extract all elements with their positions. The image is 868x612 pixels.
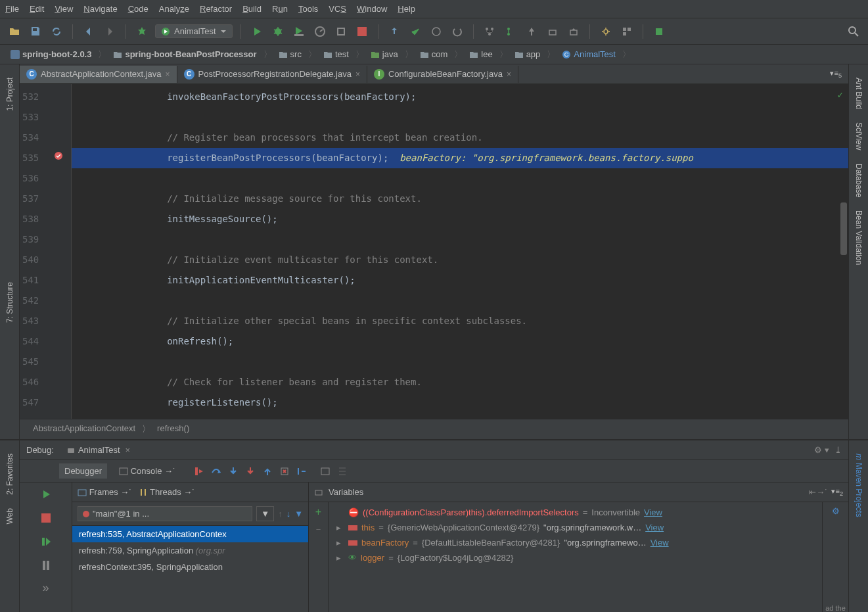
down-arrow-icon[interactable]: ↓ xyxy=(286,509,291,519)
tool-database[interactable]: Database xyxy=(854,164,863,197)
tool-sciview[interactable]: SciView xyxy=(854,122,863,150)
menu-refactor[interactable]: Refactor xyxy=(200,4,232,14)
tool-bean-validation[interactable]: Bean Validation xyxy=(854,210,863,265)
bc-com[interactable]: com xyxy=(416,48,452,60)
menu-view[interactable]: View xyxy=(55,4,73,14)
stop-icon[interactable] xyxy=(354,24,370,39)
close-icon[interactable]: × xyxy=(126,445,131,455)
evaluate-expression-icon[interactable] xyxy=(320,466,331,477)
coverage-icon[interactable] xyxy=(291,24,307,39)
bc-src[interactable]: src xyxy=(275,48,306,60)
vcs-history-icon[interactable] xyxy=(428,24,444,39)
add-watch-icon[interactable]: + xyxy=(315,506,321,518)
profile-icon[interactable] xyxy=(312,24,328,39)
bc-project[interactable]: spring-boot-2.0.3 xyxy=(7,48,95,60)
trace-icon[interactable] xyxy=(337,466,348,477)
tab-post-processor[interactable]: C PostProcessorRegistrationDelegate.java… xyxy=(177,66,367,83)
console-tab[interactable]: Console →˙ xyxy=(114,463,181,479)
rerun-icon[interactable] xyxy=(38,486,54,502)
merge-icon[interactable] xyxy=(524,24,539,39)
filter-icon[interactable]: ▼ xyxy=(294,509,303,519)
save-all-icon[interactable] xyxy=(28,24,43,39)
bc-app[interactable]: app xyxy=(511,48,545,60)
debug-icon[interactable] xyxy=(270,24,286,39)
view-menu-icon[interactable]: ▾≡2 xyxy=(831,487,843,497)
up-arrow-icon[interactable]: ↑ xyxy=(278,509,283,519)
code-bc-method[interactable]: refresh() xyxy=(157,423,189,435)
menu-build[interactable]: Build xyxy=(242,4,262,14)
tab-abstract-application-context[interactable]: C AbstractApplicationContext.java × xyxy=(20,66,177,83)
open-icon[interactable] xyxy=(7,24,22,39)
build-icon[interactable] xyxy=(134,24,150,39)
force-step-into-icon[interactable] xyxy=(245,466,256,477)
code-editor[interactable]: 5325335345355365375385395405415425435445… xyxy=(20,84,848,419)
tool-structure[interactable]: 7: Structure xyxy=(5,282,14,323)
stash-icon[interactable] xyxy=(545,24,560,39)
run-to-cursor-icon[interactable] xyxy=(296,466,307,477)
frame-item[interactable]: refresh:535, AbstractApplicationContex xyxy=(72,526,308,542)
project-structure-icon[interactable] xyxy=(619,24,635,39)
tabs-menu-icon[interactable]: ▾≡5 xyxy=(830,69,842,79)
close-icon[interactable]: × xyxy=(355,70,360,79)
download-icon[interactable]: ⤓ xyxy=(834,445,842,455)
menu-code[interactable]: Code xyxy=(128,4,148,14)
code-body[interactable]: ✓ invokeBeanFactoryPostProcessors(beanFa… xyxy=(72,84,848,419)
close-icon[interactable]: × xyxy=(166,70,170,79)
menu-file[interactable]: File xyxy=(5,4,19,14)
frame-item[interactable]: refresh:759, SpringApplication (org.spr xyxy=(72,542,308,559)
unstash-icon[interactable] xyxy=(566,24,582,39)
new-branch-icon[interactable] xyxy=(503,24,518,39)
debug-session-tab[interactable]: AnimalTest × xyxy=(60,442,136,458)
step-into-icon[interactable] xyxy=(228,466,239,477)
vcs-update-icon[interactable] xyxy=(386,24,402,39)
thread-dropdown[interactable]: "main"@1 in ... xyxy=(78,506,252,521)
menu-window[interactable]: Window xyxy=(357,4,387,14)
tool-favorites[interactable]: 2: Favorites xyxy=(5,454,14,495)
menu-vcs[interactable]: VCS xyxy=(329,4,346,14)
bc-class[interactable]: CAnimalTest xyxy=(558,48,620,60)
variable-item[interactable]: ▸ beanFactory = {DefaultListableBeanFact… xyxy=(334,535,817,550)
variable-item[interactable]: ▸👁 logger = {LogFactory$Log4jLog@4282} xyxy=(334,550,817,565)
gear-icon[interactable]: ⚙ xyxy=(832,506,840,516)
search-everywhere-icon[interactable] xyxy=(846,24,861,39)
menu-edit[interactable]: Edit xyxy=(30,4,44,14)
vcs-revert-icon[interactable] xyxy=(449,24,465,39)
menu-navigate[interactable]: Navigate xyxy=(83,4,117,14)
sync-icon[interactable] xyxy=(49,24,64,39)
step-out-icon[interactable] xyxy=(262,466,273,477)
frames-tab[interactable]: Frames →˙ xyxy=(78,487,132,498)
bc-test[interactable]: test xyxy=(319,48,353,60)
bc-lee[interactable]: lee xyxy=(465,48,496,60)
bc-java[interactable]: java xyxy=(367,48,402,60)
tool-project[interactable]: 1: Project xyxy=(5,78,14,111)
step-over-icon[interactable] xyxy=(211,466,221,477)
restore-icon[interactable]: ⇤→˙ xyxy=(809,487,827,497)
bc-module[interactable]: spring-boot-BeanPostProcessor xyxy=(109,48,260,60)
menu-help[interactable]: Help xyxy=(398,4,415,14)
pause-icon[interactable] xyxy=(38,557,54,573)
run-icon[interactable] xyxy=(249,24,265,39)
resume-icon[interactable] xyxy=(38,534,54,550)
tab-configurable-bean-factory[interactable]: I ConfigurableBeanFactory.java × xyxy=(367,66,518,83)
stop-icon[interactable] xyxy=(38,510,54,526)
scrollbar[interactable] xyxy=(840,104,847,367)
tool-ant-build[interactable]: Ant Build xyxy=(854,78,863,109)
menu-analyze[interactable]: Analyze xyxy=(159,4,189,14)
variable-item[interactable]: ⛔ ((ConfigurationClassParser)this).defer… xyxy=(334,505,817,520)
gear-icon[interactable]: ⚙ ▾ xyxy=(814,445,829,455)
remove-watch-icon[interactable]: − xyxy=(316,525,321,534)
drop-frame-icon[interactable] xyxy=(279,466,290,477)
menu-tools[interactable]: Tools xyxy=(298,4,318,14)
tool-web[interactable]: Web xyxy=(5,508,14,524)
frame-list[interactable]: refresh:535, AbstractApplicationContexre… xyxy=(72,526,308,612)
variables-list[interactable]: ⛔ ((ConfigurationClassParser)this).defer… xyxy=(329,502,822,612)
more-icon[interactable]: » xyxy=(42,581,49,595)
scrollbar-thumb[interactable] xyxy=(840,202,847,255)
show-execution-point-icon[interactable] xyxy=(194,466,204,477)
settings-icon[interactable] xyxy=(598,24,614,39)
menu-run[interactable]: Run xyxy=(272,4,288,14)
back-icon[interactable] xyxy=(81,24,97,39)
close-icon[interactable]: × xyxy=(507,70,511,79)
plugin-icon[interactable] xyxy=(651,24,667,39)
frame-item[interactable]: refreshContext:395, SpringApplication xyxy=(72,559,308,575)
